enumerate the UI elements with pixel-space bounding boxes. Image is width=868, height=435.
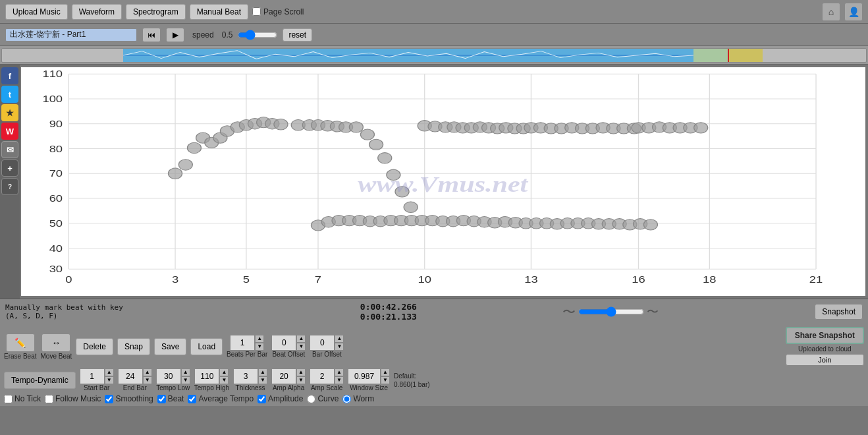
waveform-button[interactable]: Waveform: [72, 4, 122, 20]
curve-radio[interactable]: [307, 395, 315, 403]
weibo-icon[interactable]: W: [1, 123, 18, 140]
tempo-high-label: Tempo High: [194, 384, 229, 392]
share-snapshot-button[interactable]: Share Snapshot: [786, 327, 864, 344]
start-bar-up[interactable]: ▲: [105, 368, 114, 376]
facebook-icon[interactable]: f: [1, 67, 18, 84]
worm-radio-label[interactable]: Worm: [342, 394, 374, 403]
end-bar-down[interactable]: ▼: [143, 376, 152, 384]
svg-point-50: [274, 119, 288, 130]
load-button[interactable]: Load: [190, 338, 223, 355]
waveform-track[interactable]: [1, 48, 867, 63]
erase-beat-button[interactable]: ✏️: [6, 334, 35, 352]
amp-alpha-input[interactable]: [271, 368, 296, 384]
play-button[interactable]: ▶: [166, 28, 184, 42]
home-icon[interactable]: ⌂: [822, 3, 840, 21]
upload-music-button[interactable]: Upload Music: [5, 4, 68, 20]
move-beat-button[interactable]: ↔: [41, 334, 70, 352]
amplitude-toggle[interactable]: Amplitude: [258, 394, 303, 403]
help-icon[interactable]: ?: [1, 178, 18, 195]
delete-button[interactable]: Delete: [76, 338, 113, 355]
svg-point-62: [349, 122, 363, 132]
bar-offset-up[interactable]: ▲: [335, 335, 344, 343]
beats-per-bar-up[interactable]: ▲: [255, 335, 264, 343]
amp-scale-down[interactable]: ▼: [335, 376, 344, 384]
waveform-playhead: [728, 49, 729, 62]
no-tick-checkbox[interactable]: [4, 395, 13, 403]
snapshot-button[interactable]: Snapshot: [815, 304, 863, 320]
waveform-overview: [0, 46, 868, 65]
window-size-down[interactable]: ▼: [381, 376, 390, 384]
twitter-icon[interactable]: t: [1, 86, 18, 103]
svg-point-38: [169, 168, 182, 179]
end-bar-label: End Bar: [123, 384, 147, 392]
worm-radio[interactable]: [342, 395, 351, 403]
amp-alpha-down[interactable]: ▼: [296, 376, 306, 384]
rewind-button[interactable]: ⏮: [142, 28, 161, 42]
svg-point-92: [694, 123, 708, 133]
spectrogram-button[interactable]: Spectrogram: [126, 4, 186, 20]
smoothing-checkbox[interactable]: [105, 395, 113, 403]
beat-checkbox[interactable]: [157, 395, 166, 403]
end-bar-up[interactable]: ▲: [143, 368, 152, 376]
email-icon[interactable]: ✉: [1, 141, 18, 158]
beat-offset-up[interactable]: ▲: [296, 335, 306, 343]
default-value: 0.860(1 bar): [394, 380, 429, 389]
amp-scale-up[interactable]: ▲: [335, 368, 344, 376]
end-bar-input[interactable]: [118, 368, 143, 384]
tempo-high-down[interactable]: ▼: [219, 376, 229, 384]
follow-music-checkbox[interactable]: [45, 395, 53, 403]
waveform-scale-slider[interactable]: [578, 306, 644, 317]
page-scroll-checkbox[interactable]: [252, 7, 261, 16]
svg-text:21: 21: [809, 274, 823, 285]
thickness-down[interactable]: ▼: [258, 376, 267, 384]
controls-row-3: No Tick Follow Music Smoothing Beat Aver…: [4, 394, 864, 403]
reset-button[interactable]: reset: [283, 28, 312, 42]
thickness-input[interactable]: [233, 368, 258, 384]
controls-row-2: Tempo-Dynamic ▲ ▼ Start Bar ▲ ▼ End Bar: [4, 368, 864, 392]
file-name-input[interactable]: [5, 28, 137, 42]
svg-text:10: 10: [418, 274, 431, 285]
bar-offset-down[interactable]: ▼: [335, 343, 344, 351]
tempo-high-input[interactable]: [194, 368, 219, 384]
amp-scale-input[interactable]: [310, 368, 335, 384]
join-button[interactable]: Join: [786, 354, 864, 366]
average-tempo-checkbox[interactable]: [188, 395, 196, 403]
no-tick-toggle[interactable]: No Tick: [4, 394, 41, 403]
beat-offset-down[interactable]: ▼: [296, 343, 306, 351]
tempo-low-input[interactable]: [156, 368, 181, 384]
snap-button[interactable]: Snap: [117, 338, 150, 355]
beat-offset-input[interactable]: [271, 335, 296, 351]
average-tempo-toggle[interactable]: Average Tempo: [188, 394, 254, 403]
window-size-input[interactable]: [348, 368, 381, 384]
beats-per-bar-down[interactable]: ▼: [255, 343, 264, 351]
watermark: www.Vmus.net: [358, 172, 529, 196]
amplitude-checkbox[interactable]: [258, 395, 266, 403]
start-bar-input[interactable]: [80, 368, 105, 384]
chart-container: 110 100 90 80 70 60 50 40 30 0 3 5 7 10 …: [21, 67, 865, 296]
speed-slider[interactable]: [238, 30, 277, 40]
follow-music-toggle[interactable]: Follow Music: [45, 394, 101, 403]
tempo-dynamic-button[interactable]: Tempo-Dynamic: [4, 372, 76, 389]
tempo-low-up[interactable]: ▲: [181, 368, 190, 376]
bottom-controls: ✏️ Erase Beat ↔ Move Beat Delete Snap Sa…: [0, 324, 868, 406]
curve-radio-label[interactable]: Curve: [307, 394, 339, 403]
amp-alpha-up[interactable]: ▲: [296, 368, 306, 376]
beats-per-bar-input[interactable]: [230, 335, 255, 351]
smoothing-toggle[interactable]: Smoothing: [105, 394, 153, 403]
svg-text:3: 3: [172, 274, 178, 285]
default-info: Default: 0.860(1 bar): [394, 372, 429, 389]
window-size-up[interactable]: ▲: [381, 368, 390, 376]
plus-icon[interactable]: +: [1, 160, 18, 177]
tempo-high-up[interactable]: ▲: [219, 368, 229, 376]
bar-offset-input[interactable]: [310, 335, 335, 351]
save-button[interactable]: Save: [154, 338, 186, 355]
page-scroll-toggle[interactable]: Page Scroll: [252, 7, 304, 16]
amp-scale-label: Amp Scale: [311, 384, 342, 392]
start-bar-down[interactable]: ▼: [105, 376, 114, 384]
manual-beat-button[interactable]: Manual Beat: [190, 4, 248, 20]
beat-toggle[interactable]: Beat: [157, 394, 184, 403]
thickness-up[interactable]: ▲: [258, 368, 267, 376]
tempo-low-down[interactable]: ▼: [181, 376, 190, 384]
user-icon[interactable]: 👤: [844, 3, 863, 21]
star-icon[interactable]: ★: [1, 104, 18, 121]
